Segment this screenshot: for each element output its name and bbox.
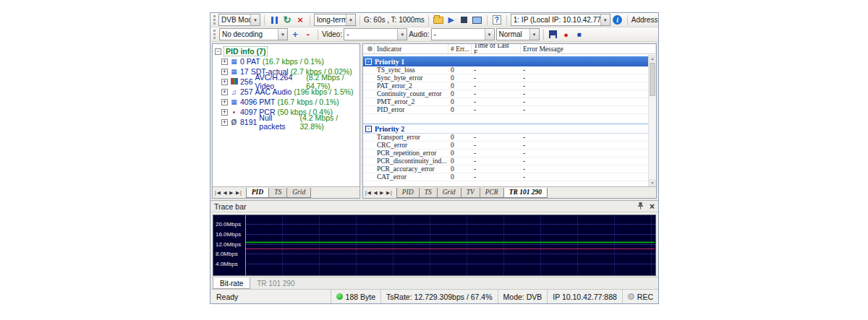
expand-icon[interactable]: + [221,69,228,75]
save-button[interactable] [548,29,559,40]
expand-icon[interactable]: + [221,99,228,105]
table-row[interactable]: PID_error0-- [363,106,656,114]
stop-record-icon[interactable]: ■ [574,29,585,40]
table-row[interactable]: PCR_repetition_error0-- [363,150,656,157]
section-collapse-icon[interactable]: - [365,59,372,65]
left-tab-ts[interactable]: TS [268,188,287,198]
chevron-down-icon[interactable]: ▼ [529,29,539,40]
table-row[interactable]: Transport_error0-- [363,134,656,142]
quality-select[interactable]: Normal ▼ [496,28,540,40]
table-icon: ▦ [230,68,238,75]
tree-item-pmt[interactable]: + ▦ 4096 PMT (16.7 kbps / 0.1%) [215,97,359,107]
term-select[interactable]: long-term ▼ [314,14,356,26]
tab-bitrate[interactable]: Bit-rate [213,277,250,289]
last-error-time: - [472,74,521,82]
table-row[interactable]: PCR_accuracy_error0-- [363,165,656,173]
error-count: 0 [448,165,472,173]
vertical-scrollbar[interactable]: ▲ ▼ [648,55,656,186]
message-column-header[interactable]: Error Message [521,44,656,53]
error-message: - [521,66,656,74]
scrollbar-thumb[interactable] [650,63,655,96]
chevron-down-icon[interactable]: ▼ [600,14,610,25]
tree-item-pat[interactable]: + ▦ 0 PAT (16.7 kbps / 0.1%) [215,56,359,66]
toolbar-grip[interactable] [213,15,216,25]
table-row[interactable]: PMT_error_20-- [363,98,656,106]
tree-item-audio[interactable]: + ♫ 257 AAC Audio (196 kbps / 1.5%) [215,87,359,97]
pause-button[interactable] [268,14,280,26]
table-row[interactable]: CRC_error0-- [363,142,656,150]
status-column-header[interactable] [363,44,375,53]
errors-column-header[interactable]: # Err... [448,44,472,53]
priority2-header[interactable]: - Priority 2 [363,124,656,134]
timing-label: G: 60s , T: 1000ms [364,16,425,24]
video-select[interactable]: - ▼ [344,28,407,40]
tree-item-null[interactable]: + Ø 8191 Null packets (4.2 Mbps / 32.8%) [215,117,359,127]
scroll-down-icon[interactable]: ▼ [649,179,656,186]
pid-name: AAC Audio [255,87,292,96]
right-tab-tr101290[interactable]: TR 101 290 [503,188,548,198]
expand-icon[interactable]: + [221,119,228,126]
record-icon[interactable]: ● [561,29,572,40]
error-count: 0 [448,106,472,113]
remove-icon[interactable]: - [302,29,314,40]
pin-icon[interactable] [637,202,644,211]
error-message: - [521,150,656,157]
monitor-button[interactable] [472,14,483,26]
time-column-header[interactable]: Time of Last E... [472,44,521,53]
right-tab-ts[interactable]: TS [419,188,438,198]
tree-item-video[interactable]: + 256 AVC/H.264 Video (8.2 Mbps / 64.7%) [215,77,359,87]
info-button[interactable]: i [612,14,624,26]
expand-icon[interactable]: + [221,109,228,116]
tab-nav-buttons[interactable]: |◀ ◀ ▶ ▶| [365,190,393,196]
audio-select[interactable]: - ▼ [431,28,495,40]
right-tab-pid[interactable]: PID [396,188,420,198]
last-error-time: - [472,82,521,90]
table-row[interactable]: TS_sync_loss0-- [363,66,656,74]
tab-nav-buttons[interactable]: |◀ ◀ ▶ ▶| [215,190,242,196]
scroll-up-icon[interactable]: ▲ [649,55,656,62]
play-icon[interactable]: ▶ [446,14,457,26]
table-row[interactable]: Sync_byte_error0-- [363,74,656,82]
priority1-header[interactable]: - Priority 1 [363,56,656,66]
close-icon[interactable]: × [650,202,655,212]
table-row[interactable]: CAT_error0-- [363,173,656,181]
right-tab-tv[interactable]: TV [461,188,480,198]
add-icon[interactable]: + [289,29,301,40]
stop-button[interactable] [459,14,470,26]
last-error-time: - [472,134,521,141]
table-row[interactable]: PAT_error_20-- [363,82,656,90]
chevron-down-icon[interactable]: ▼ [346,14,355,25]
pid-number: 256 [240,77,253,86]
expand-icon[interactable]: + [221,79,228,85]
toolbar-separator [359,15,360,25]
collapse-icon[interactable]: - [215,48,221,55]
bitrate-chart: 20.0Mbps 16.0Mbps 12.0Mbps 8.0Mbps 4.0Mb… [213,215,656,276]
expand-icon[interactable]: + [221,89,228,95]
decoding-select[interactable]: No decoding ▼ [219,28,288,40]
error-count: 0 [448,142,472,149]
right-tab-pcr[interactable]: PCR [480,188,504,198]
chevron-down-icon[interactable]: ▼ [397,29,407,40]
indicator-column-header[interactable]: Indicator [375,44,448,53]
bytes-value: 188 Byte [346,293,375,301]
right-tab-grid[interactable]: Grid [437,188,461,198]
open-file-button[interactable] [433,14,444,26]
left-tab-grid[interactable]: Grid [286,188,311,198]
toolbar-grip[interactable] [213,30,216,39]
chevron-down-icon[interactable]: ▼ [250,14,260,25]
mode-select[interactable]: DVB Mode ▼ [218,14,260,26]
tab-tr101290[interactable]: TR 101 290 [250,277,301,289]
input-source-select[interactable]: 1: IP (Local IP: 10.10.42.77) ▼ [511,14,610,26]
stop-analysis-icon[interactable]: × [294,14,306,26]
trace-bar-title: Trace bar [214,202,631,211]
chevron-down-icon[interactable]: ▼ [485,29,494,40]
expand-icon[interactable]: + [221,59,228,65]
refresh-icon[interactable]: ↻ [281,14,293,26]
tree-root[interactable]: - PID info (7) [215,46,359,56]
help-button[interactable]: ? [491,14,503,26]
table-row[interactable]: Continuity_count_error0-- [363,90,656,98]
table-row[interactable]: PCR_discontinuity_ind...0-- [363,157,656,165]
chevron-down-icon[interactable]: ▼ [278,29,287,40]
left-tab-pid[interactable]: PID [246,188,269,198]
section-collapse-icon[interactable]: - [365,126,372,132]
